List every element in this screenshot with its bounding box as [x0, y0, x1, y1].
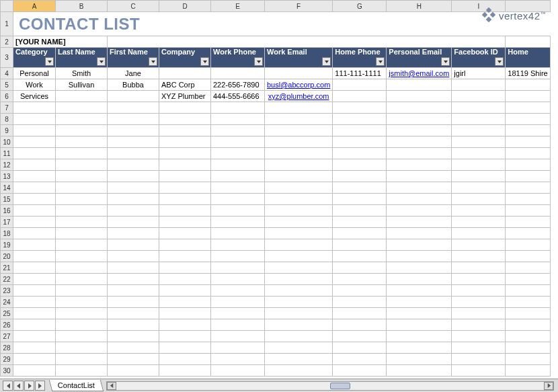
row-header[interactable]: 11	[1, 148, 13, 159]
cell[interactable]	[13, 102, 56, 114]
cell[interactable]	[452, 239, 506, 251]
cell[interactable]	[108, 114, 159, 125]
cell[interactable]	[333, 308, 387, 319]
cell[interactable]	[13, 194, 56, 205]
cell[interactable]	[211, 297, 265, 308]
row-header[interactable]: 1	[1, 12, 13, 36]
scroll-right-button[interactable]	[544, 382, 553, 390]
row-header[interactable]: 22	[1, 274, 13, 285]
cell[interactable]	[387, 342, 452, 354]
tab-first-button[interactable]	[3, 381, 13, 391]
cell[interactable]	[506, 91, 550, 102]
row-header[interactable]: 16	[1, 205, 13, 217]
cell[interactable]	[211, 114, 265, 125]
cell[interactable]	[265, 136, 333, 148]
cell[interactable]	[333, 91, 387, 102]
cell[interactable]	[265, 217, 333, 228]
cell[interactable]	[108, 239, 159, 251]
cell[interactable]	[159, 342, 211, 354]
cell[interactable]	[387, 274, 452, 285]
cell[interactable]	[265, 194, 333, 205]
cell[interactable]	[333, 205, 387, 217]
cell[interactable]: Services	[13, 91, 56, 102]
cell[interactable]	[506, 331, 550, 342]
cell[interactable]	[159, 308, 211, 319]
cell[interactable]	[13, 136, 56, 148]
row-header[interactable]: 4	[1, 68, 13, 79]
cell[interactable]	[333, 79, 387, 91]
cell[interactable]	[506, 171, 550, 182]
cell[interactable]	[159, 182, 211, 194]
cell[interactable]	[506, 274, 550, 285]
cell[interactable]	[333, 148, 387, 159]
scroll-left-button[interactable]	[107, 382, 116, 390]
cell[interactable]	[452, 308, 506, 319]
cell[interactable]	[13, 342, 56, 354]
row-header[interactable]: 24	[1, 297, 13, 308]
cell[interactable]	[452, 285, 506, 297]
cell[interactable]	[56, 171, 108, 182]
row-header[interactable]: 17	[1, 217, 13, 228]
horizontal-scrollbar[interactable]	[106, 381, 554, 391]
cell[interactable]	[506, 342, 550, 354]
cell[interactable]	[211, 205, 265, 217]
cell[interactable]	[333, 171, 387, 182]
sheet-tab[interactable]: ContactList	[49, 380, 104, 391]
cell[interactable]	[452, 125, 506, 136]
cell[interactable]	[108, 319, 159, 331]
cell[interactable]	[265, 354, 333, 365]
cell[interactable]	[159, 319, 211, 331]
cell[interactable]	[56, 262, 108, 274]
cell[interactable]	[333, 365, 387, 377]
cell[interactable]	[159, 297, 211, 308]
cell[interactable]	[211, 68, 265, 79]
cell[interactable]	[265, 331, 333, 342]
cell[interactable]	[13, 331, 56, 342]
cell[interactable]	[333, 319, 387, 331]
column-header[interactable]: C	[108, 1, 159, 12]
cell[interactable]	[108, 125, 159, 136]
cell[interactable]	[506, 365, 550, 377]
cell[interactable]	[211, 182, 265, 194]
cell[interactable]	[211, 262, 265, 274]
email-link[interactable]: busl@abccorp.com	[267, 81, 330, 89]
cell[interactable]	[211, 125, 265, 136]
cell[interactable]	[211, 102, 265, 114]
cell[interactable]	[108, 171, 159, 182]
cell[interactable]	[387, 217, 452, 228]
cell[interactable]	[387, 79, 452, 91]
cell[interactable]	[333, 217, 387, 228]
row-header[interactable]: 21	[1, 262, 13, 274]
cell[interactable]	[159, 354, 211, 365]
cell[interactable]	[56, 217, 108, 228]
cell[interactable]	[506, 148, 550, 159]
cell[interactable]	[387, 136, 452, 148]
cell[interactable]	[13, 354, 56, 365]
cell[interactable]	[211, 274, 265, 285]
cell[interactable]	[387, 285, 452, 297]
column-header[interactable]: B	[56, 1, 108, 12]
cell[interactable]	[333, 228, 387, 239]
row-header[interactable]: 6	[1, 91, 13, 102]
cell[interactable]	[452, 331, 506, 342]
cell[interactable]	[506, 125, 550, 136]
cell[interactable]	[211, 159, 265, 171]
cell[interactable]	[211, 308, 265, 319]
cell[interactable]	[333, 354, 387, 365]
cell[interactable]	[333, 285, 387, 297]
cell[interactable]	[108, 159, 159, 171]
cell[interactable]	[56, 285, 108, 297]
row-header[interactable]: 2	[1, 36, 13, 48]
cell[interactable]	[56, 102, 108, 114]
filter-dropdown-button[interactable]	[254, 57, 263, 66]
cell[interactable]	[108, 102, 159, 114]
cell[interactable]	[387, 159, 452, 171]
cell[interactable]	[333, 182, 387, 194]
cell[interactable]	[265, 114, 333, 125]
cell[interactable]	[211, 354, 265, 365]
column-header[interactable]: G	[333, 1, 387, 12]
filter-dropdown-button[interactable]	[441, 57, 450, 66]
cell[interactable]	[159, 365, 211, 377]
cell[interactable]	[452, 354, 506, 365]
filter-dropdown-button[interactable]	[149, 57, 157, 66]
